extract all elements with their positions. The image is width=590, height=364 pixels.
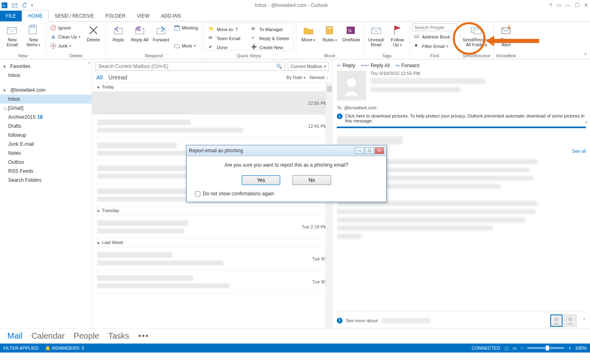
message-item[interactable]: Tue 9/1 [92, 270, 332, 293]
folder--gmail-[interactable]: ▷[Gmail] [0, 104, 92, 113]
contact-avatar-2[interactable] [564, 314, 576, 327]
folder-search-folders[interactable]: Search Folders [0, 176, 92, 185]
status-filter-applied[interactable]: FILTER APPLIED [3, 346, 39, 350]
more-respond-button[interactable]: More [172, 42, 199, 50]
message-item[interactable]: Tue 2:19 PM [92, 215, 332, 238]
dialog-close-icon[interactable]: ✕ [375, 147, 384, 154]
new-items-button[interactable]: New Items [24, 23, 43, 47]
quickstep-move-to[interactable]: 📁Move to: ? [207, 25, 246, 34]
rp-reply-all-button[interactable]: ↩↩Reply All [361, 63, 390, 68]
follow-up-button[interactable]: Follow Up [388, 23, 407, 47]
favorite-folder-inbox[interactable]: Inbox [0, 71, 92, 80]
tab-send-receive[interactable]: SEND / RECEIVE [49, 11, 100, 21]
ignore-button[interactable]: Ignore [49, 24, 82, 32]
people-pane-expand-icon[interactable]: ⌃ [582, 318, 586, 323]
status-reminders[interactable]: 🔔 REMINDERS: 5 [45, 346, 84, 351]
filter-email-button[interactable]: ▼Filter Email [413, 43, 457, 50]
nav-people[interactable]: People [74, 331, 99, 341]
sort-order-toggle[interactable]: Newest ↓ [310, 75, 328, 80]
tab-home[interactable]: HOME [22, 10, 49, 22]
reply-all-button[interactable]: Reply All [130, 23, 150, 42]
folder-followup[interactable]: followup [0, 131, 92, 140]
quickstep-done[interactable]: ✔Done [207, 43, 246, 52]
dialog-suppress-checkbox-input[interactable] [195, 191, 200, 197]
sort-by-dropdown[interactable]: By Date [286, 75, 306, 80]
filter-unread[interactable]: Unread [109, 74, 127, 81]
rules-button[interactable]: Rules [320, 23, 340, 43]
filter-all[interactable]: All [96, 74, 103, 81]
rp-reply-button[interactable]: ↩Reply [337, 63, 355, 68]
zoom-out-icon[interactable]: − [521, 346, 523, 350]
qat-undo-icon[interactable] [21, 2, 29, 9]
ribbon-collapse-icon[interactable]: ⌃ [583, 52, 588, 58]
nav-calendar[interactable]: Calendar [32, 331, 65, 341]
unread-read-button[interactable]: Unread/ Read [366, 23, 386, 47]
see-more-about-label[interactable]: See more about [346, 318, 378, 323]
meeting-button[interactable]: Meeting [172, 24, 199, 32]
ribbon-display-icon[interactable]: ▭ [556, 2, 561, 8]
folder-notes[interactable]: Notes [0, 149, 92, 158]
phish-alert-button[interactable]: Phish Alert [496, 23, 516, 47]
quickstep-create-new[interactable]: ➕Create New [250, 43, 290, 52]
forward-button[interactable]: Forward [151, 23, 171, 42]
see-all-link[interactable]: See all [572, 149, 586, 154]
send-receive-all-button[interactable]: Send/Receive All Folders [462, 23, 491, 47]
help-icon[interactable]: ? [549, 2, 552, 8]
search-mailbox-field[interactable]: 🔍 [95, 62, 285, 71]
minimize-icon[interactable]: — [565, 2, 571, 8]
delete-button[interactable]: Delete [84, 23, 103, 42]
view-reading-icon[interactable]: ▭ [513, 346, 517, 351]
message-item[interactable]: Tue 9/1 [92, 247, 332, 270]
dialog-no-button[interactable]: No [293, 175, 331, 185]
folder-pane-collapse-icon[interactable]: ‹ [88, 60, 90, 65]
maximize-icon[interactable]: ☐ [575, 2, 580, 8]
new-email-button[interactable]: New Email [2, 23, 22, 47]
address-book-button[interactable]: 📖Address Book [413, 33, 457, 41]
infobar-collapse-icon[interactable]: ⌃ [584, 121, 588, 127]
message-group-tuesday[interactable]: Tuesday [92, 206, 332, 215]
tab-folder[interactable]: FOLDER [100, 11, 131, 21]
view-normal-icon[interactable]: ▢ [504, 346, 508, 351]
reply-button[interactable]: Reply [109, 23, 128, 42]
move-button[interactable]: Move [299, 23, 318, 43]
favorites-header[interactable]: Favorites [0, 62, 92, 71]
download-pictures-infobar[interactable]: i Click here to download pictures. To he… [337, 113, 586, 127]
close-icon[interactable]: ✕ [584, 2, 588, 8]
folder-rss-feeds[interactable]: RSS Feeds [0, 167, 92, 176]
dialog-maximize-icon[interactable]: ☐ [365, 147, 374, 154]
contact-avatar-1[interactable] [550, 314, 563, 327]
zoom-in-icon[interactable]: + [568, 346, 571, 350]
dialog-suppress-checkbox[interactable]: Do not show confirmations again [195, 191, 378, 197]
quickstep-to-manager[interactable]: ✉To Manager [250, 25, 290, 34]
nav-tasks[interactable]: Tasks [108, 331, 129, 341]
nav-more-icon[interactable]: ••• [138, 331, 149, 341]
tab-file[interactable]: FILE [0, 11, 22, 21]
zoom-level[interactable]: 100% [575, 346, 587, 350]
message-list-scrollbar[interactable] [326, 83, 332, 328]
quickstep-team-email[interactable]: ✉Team Email [207, 34, 246, 43]
folder-inbox[interactable]: Inbox [0, 95, 92, 104]
search-mailbox-input[interactable] [98, 63, 276, 69]
folder-outbox[interactable]: Outbox [0, 158, 92, 167]
junk-button[interactable]: Junk [49, 42, 82, 50]
tab-addins[interactable]: ADD-INS [155, 11, 187, 21]
quickstep-reply-delete[interactable]: ✓Reply & Delete [250, 34, 290, 43]
search-scope-dropdown[interactable]: Current Mailbox▾ [288, 62, 329, 71]
message-item[interactable]: 12:41 PM [92, 115, 332, 138]
dialog-minimize-icon[interactable]: — [355, 147, 364, 154]
message-group-last-week[interactable]: Last Week [92, 238, 332, 247]
nav-mail[interactable]: Mail [7, 331, 23, 341]
folder-archive2015[interactable]: Archive201518 [0, 113, 92, 122]
rp-forward-button[interactable]: ↪Forward [395, 63, 419, 68]
qat-send-receive-icon[interactable] [11, 2, 19, 9]
folder-drafts[interactable]: Drafts [0, 122, 92, 131]
zoom-slider[interactable] [527, 347, 564, 349]
message-item[interactable]: 12:55 PM [92, 92, 332, 115]
account-header[interactable]: @knowbe4.com [0, 86, 92, 95]
onenote-button[interactable]: NOneNote [341, 23, 361, 42]
clean-up-button[interactable]: Clean Up [49, 33, 82, 41]
folder-junk-e-mail[interactable]: Junk E-mail [0, 140, 92, 149]
tab-view[interactable]: VIEW [131, 11, 155, 21]
search-icon[interactable]: 🔍 [276, 63, 282, 69]
message-group-today[interactable]: Today [92, 83, 332, 92]
